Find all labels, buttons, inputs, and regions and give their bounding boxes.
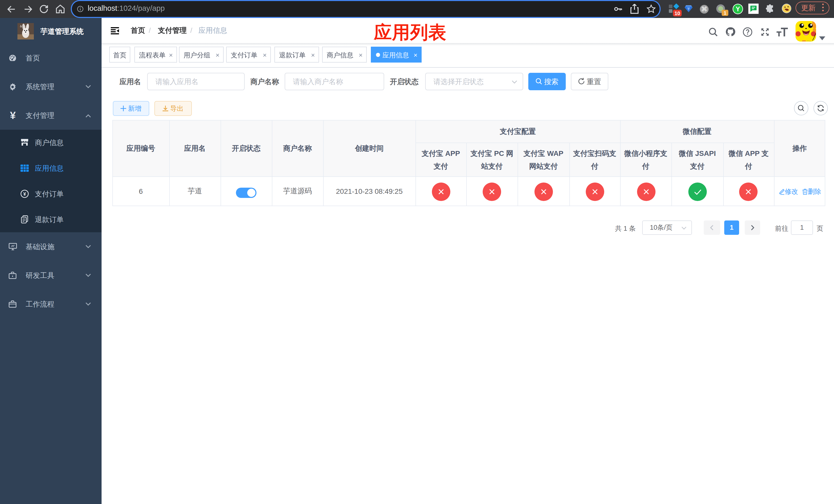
svg-text:10: 10 xyxy=(675,10,680,16)
svg-text:1: 1 xyxy=(724,10,727,16)
svg-text:Y: Y xyxy=(736,5,740,13)
svg-text:¥: ¥ xyxy=(23,191,26,197)
svg-text:⌘: ⌘ xyxy=(701,6,707,13)
